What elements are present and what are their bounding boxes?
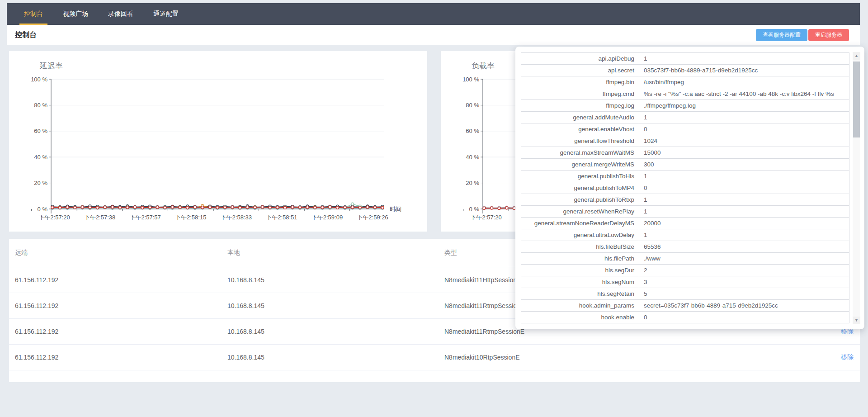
config-value: 20000 (639, 218, 849, 229)
config-row: general.publishToMP40 (521, 182, 849, 194)
config-value: 300 (639, 159, 849, 171)
svg-text:40 %: 40 % (466, 154, 479, 161)
svg-text:100 %: 100 % (462, 76, 479, 83)
config-value: 15000 (639, 147, 849, 159)
tab-video-plaza[interactable]: 视频广场 (58, 3, 93, 25)
config-row: general.addMuteAudio1 (521, 112, 849, 123)
config-row: hls.segDur2 (521, 265, 849, 276)
config-value: %s -re -i "%s" -c:a aac -strict -2 -ar 4… (639, 88, 849, 100)
page-title: 控制台 (15, 30, 37, 40)
delay-rate-chart-title: 延迟率 (40, 61, 63, 71)
config-row: general.maxStreamWaitMS15000 (521, 147, 849, 159)
scrollbar-down-icon[interactable]: ▼ (853, 317, 860, 324)
config-key: general.publishToHls (521, 171, 639, 182)
svg-text:80 %: 80 % (34, 102, 47, 109)
config-key: api.secret (521, 65, 639, 76)
config-value: 1 (639, 229, 849, 241)
svg-text:60 %: 60 % (34, 128, 47, 134)
config-value: 1 (639, 53, 849, 65)
load-rate-chart-title: 负载率 (472, 61, 495, 71)
config-value: secret=035c73f7-bb6b-4889-a715-d9eb2d192… (639, 300, 849, 312)
view-server-config-button[interactable]: 查看服务器配置 (756, 29, 807, 41)
svg-text:下午2:57:57: 下午2:57:57 (129, 214, 160, 221)
config-value: 1024 (639, 135, 849, 147)
config-row: general.publishToRtxp1 (521, 194, 849, 206)
svg-text:下午2:57:20: 下午2:57:20 (38, 214, 70, 221)
tab-channel-config[interactable]: 通道配置 (149, 3, 183, 25)
restart-server-button[interactable]: 重启服务器 (808, 29, 849, 41)
config-row: general.streamNoneReaderDelayMS20000 (521, 218, 849, 229)
config-row: hook.enable0 (521, 312, 849, 323)
config-value: 0 (639, 182, 849, 194)
svg-text:40 %: 40 % (34, 154, 47, 161)
config-row: hls.filePath./www (521, 253, 849, 265)
svg-text:20 %: 20 % (466, 180, 479, 186)
config-row: ffmpeg.log./ffmpeg/ffmpeg.log (521, 100, 849, 112)
scrollbar-thumb[interactable] (853, 62, 860, 137)
delay-rate-chart: 100 %80 %60 %40 %20 %0 %下午2:57:20下午2:57:… (9, 51, 427, 232)
config-row: hls.segRetain5 (521, 288, 849, 300)
scrollbar-up-icon[interactable]: ▲ (853, 52, 860, 60)
config-key: api.apiDebug (521, 53, 639, 65)
top-nav: 控制台视频广场录像回看通道配置 (7, 3, 860, 25)
config-value: 1 (639, 194, 849, 206)
config-key: general.maxStreamWaitMS (521, 147, 639, 159)
config-key: hook.enable (521, 312, 639, 323)
config-value: 035c73f7-bb6b-4889-a715-d9eb2d1925cc (639, 65, 849, 76)
config-value: 0 (639, 312, 849, 323)
tab-record-playback[interactable]: 录像回看 (104, 3, 138, 25)
config-key: general.streamNoneReaderDelayMS (521, 218, 639, 229)
svg-text:下午2:57:20: 下午2:57:20 (470, 214, 501, 221)
config-value: 1 (639, 206, 849, 218)
config-key: ffmpeg.cmd (521, 88, 639, 100)
config-key: ffmpeg.bin (521, 76, 639, 88)
config-row: api.secret035c73f7-bb6b-4889-a715-d9eb2d… (521, 65, 849, 76)
config-row: general.mergeWriteMS300 (521, 159, 849, 171)
config-row: hls.segNum3 (521, 276, 849, 288)
config-key: general.enableVhost (521, 123, 639, 135)
svg-text:下午2:58:51: 下午2:58:51 (266, 214, 297, 221)
svg-text:60 %: 60 % (466, 128, 479, 134)
svg-text:100 %: 100 % (31, 76, 47, 83)
tab-console[interactable]: 控制台 (19, 3, 47, 25)
config-row: hls.fileBufSize65536 (521, 241, 849, 253)
svg-text:20 %: 20 % (34, 180, 47, 186)
local-cell: 10.168.8.145 (222, 267, 439, 293)
config-row: api.apiDebug1 (521, 53, 849, 65)
svg-text:下午2:58:15: 下午2:58:15 (175, 214, 206, 221)
config-row: hook.admin_paramssecret=035c73f7-bb6b-48… (521, 300, 849, 312)
local-cell: 10.168.8.145 (222, 293, 439, 319)
server-config-dialog: api.apiDebug1api.secret035c73f7-bb6b-488… (515, 47, 864, 329)
config-value: ./ffmpeg/ffmpeg.log (639, 100, 849, 112)
config-value: 0 (639, 123, 849, 135)
config-key: hls.filePath (521, 253, 639, 265)
config-key: general.publishToMP4 (521, 182, 639, 194)
remote-cell: 61.156.112.192 (9, 345, 222, 370)
remote-cell: 61.156.112.192 (9, 293, 222, 319)
column-header: 本地 (222, 239, 439, 267)
config-key: hls.fileBufSize (521, 241, 639, 253)
config-key: general.ultraLowDelay (521, 229, 639, 241)
config-key: hls.segRetain (521, 288, 639, 300)
config-key: general.resetWhenRePlay (521, 206, 639, 218)
config-key: hls.segNum (521, 276, 639, 288)
remove-link[interactable]: 移除 (841, 353, 854, 360)
svg-text:下午2:59:09: 下午2:59:09 (311, 214, 343, 221)
config-value: 1 (639, 112, 849, 123)
svg-text:0 %: 0 % (38, 206, 48, 213)
config-row: general.ultraLowDelay1 (521, 229, 849, 241)
config-value: 65536 (639, 241, 849, 253)
dialog-scrollbar[interactable]: ▲ ▼ (853, 52, 860, 324)
config-value: ./www (639, 253, 849, 265)
config-row: general.publishToHls1 (521, 171, 849, 182)
config-key: general.flowThreshold (521, 135, 639, 147)
config-row: general.enableVhost0 (521, 123, 849, 135)
config-row: ffmpeg.bin/usr/bin/ffmpeg (521, 76, 849, 88)
config-key: ffmpeg.log (521, 100, 639, 112)
action-cell: 移除 (769, 345, 860, 370)
local-cell: 10.168.8.145 (222, 319, 439, 345)
svg-text:下午2:58:33: 下午2:58:33 (221, 214, 252, 221)
config-value: 1 (639, 171, 849, 182)
config-row: general.resetWhenRePlay1 (521, 206, 849, 218)
config-key: general.addMuteAudio (521, 112, 639, 123)
